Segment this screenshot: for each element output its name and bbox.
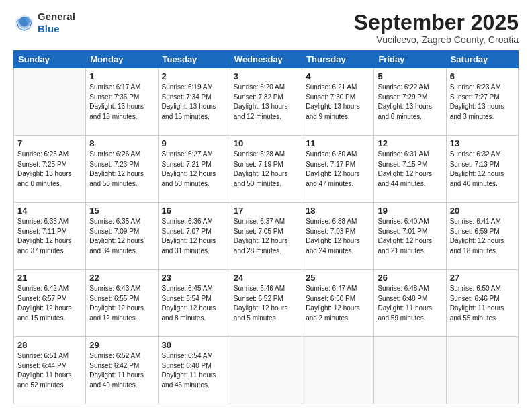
cell-info: Sunrise: 6:23 AM Sunset: 7:27 PM Dayligh… xyxy=(450,83,515,122)
col-sunday: Sunday xyxy=(14,51,86,68)
table-row xyxy=(14,68,86,136)
cell-info: Sunrise: 6:21 AM Sunset: 7:30 PM Dayligh… xyxy=(306,83,370,122)
table-row xyxy=(374,337,446,404)
day-number: 6 xyxy=(450,71,515,81)
cell-info: Sunrise: 6:38 AM Sunset: 7:03 PM Dayligh… xyxy=(306,217,370,256)
table-row: 6Sunrise: 6:23 AM Sunset: 7:27 PM Daylig… xyxy=(446,68,518,136)
table-row xyxy=(446,337,518,404)
day-number: 18 xyxy=(306,205,370,216)
cell-info: Sunrise: 6:25 AM Sunset: 7:25 PM Dayligh… xyxy=(17,150,82,189)
day-number: 28 xyxy=(17,340,82,350)
month-title: September 2025 xyxy=(354,11,519,34)
day-number: 20 xyxy=(450,205,515,216)
table-row: 24Sunrise: 6:46 AM Sunset: 6:52 PM Dayli… xyxy=(230,270,302,337)
day-number: 3 xyxy=(234,71,298,81)
table-row: 23Sunrise: 6:45 AM Sunset: 6:54 PM Dayli… xyxy=(158,270,230,337)
table-row: 15Sunrise: 6:35 AM Sunset: 7:09 PM Dayli… xyxy=(86,203,158,270)
table-row: 13Sunrise: 6:32 AM Sunset: 7:13 PM Dayli… xyxy=(446,136,518,203)
col-saturday: Saturday xyxy=(446,51,518,68)
table-row: 4Sunrise: 6:21 AM Sunset: 7:30 PM Daylig… xyxy=(302,68,374,136)
day-number: 17 xyxy=(234,205,298,216)
table-row: 28Sunrise: 6:51 AM Sunset: 6:44 PM Dayli… xyxy=(14,337,86,404)
day-number: 14 xyxy=(17,205,82,216)
page: General Blue September 2025 Vucilcevo, Z… xyxy=(0,0,532,411)
day-number: 12 xyxy=(378,138,442,148)
table-row: 18Sunrise: 6:38 AM Sunset: 7:03 PM Dayli… xyxy=(302,203,374,270)
table-row: 11Sunrise: 6:30 AM Sunset: 7:17 PM Dayli… xyxy=(302,136,374,203)
calendar-table: Sunday Monday Tuesday Wednesday Thursday… xyxy=(13,50,519,404)
day-number: 8 xyxy=(89,138,154,148)
table-row: 10Sunrise: 6:28 AM Sunset: 7:19 PM Dayli… xyxy=(230,136,302,203)
day-number: 26 xyxy=(378,273,442,283)
cell-info: Sunrise: 6:42 AM Sunset: 6:57 PM Dayligh… xyxy=(17,284,82,323)
day-number: 29 xyxy=(89,340,154,350)
logo: General Blue xyxy=(13,11,75,35)
calendar-week-row: 14Sunrise: 6:33 AM Sunset: 7:11 PM Dayli… xyxy=(14,203,519,270)
cell-info: Sunrise: 6:22 AM Sunset: 7:29 PM Dayligh… xyxy=(378,83,442,122)
table-row: 14Sunrise: 6:33 AM Sunset: 7:11 PM Dayli… xyxy=(14,203,86,270)
day-number: 19 xyxy=(378,205,442,216)
table-row: 21Sunrise: 6:42 AM Sunset: 6:57 PM Dayli… xyxy=(14,270,86,337)
table-row xyxy=(302,337,374,404)
day-number: 15 xyxy=(89,205,154,216)
cell-info: Sunrise: 6:27 AM Sunset: 7:21 PM Dayligh… xyxy=(162,150,226,189)
cell-info: Sunrise: 6:31 AM Sunset: 7:15 PM Dayligh… xyxy=(378,150,442,189)
col-tuesday: Tuesday xyxy=(158,51,230,68)
calendar-week-row: 28Sunrise: 6:51 AM Sunset: 6:44 PM Dayli… xyxy=(14,337,519,404)
logo-icon xyxy=(13,12,35,34)
col-friday: Friday xyxy=(374,51,446,68)
calendar-week-row: 7Sunrise: 6:25 AM Sunset: 7:25 PM Daylig… xyxy=(14,136,519,203)
day-number: 16 xyxy=(162,205,226,216)
cell-info: Sunrise: 6:19 AM Sunset: 7:34 PM Dayligh… xyxy=(162,83,226,122)
calendar-week-row: 1Sunrise: 6:17 AM Sunset: 7:36 PM Daylig… xyxy=(14,68,519,136)
table-row: 25Sunrise: 6:47 AM Sunset: 6:50 PM Dayli… xyxy=(302,270,374,337)
day-number: 22 xyxy=(89,273,154,283)
day-number: 13 xyxy=(450,138,515,148)
cell-info: Sunrise: 6:48 AM Sunset: 6:48 PM Dayligh… xyxy=(378,284,442,323)
day-number: 1 xyxy=(89,71,154,81)
table-row: 7Sunrise: 6:25 AM Sunset: 7:25 PM Daylig… xyxy=(14,136,86,203)
cell-info: Sunrise: 6:41 AM Sunset: 6:59 PM Dayligh… xyxy=(450,217,515,256)
table-row: 16Sunrise: 6:36 AM Sunset: 7:07 PM Dayli… xyxy=(158,203,230,270)
col-monday: Monday xyxy=(86,51,158,68)
calendar-week-row: 21Sunrise: 6:42 AM Sunset: 6:57 PM Dayli… xyxy=(14,270,519,337)
table-row: 22Sunrise: 6:43 AM Sunset: 6:55 PM Dayli… xyxy=(86,270,158,337)
cell-info: Sunrise: 6:32 AM Sunset: 7:13 PM Dayligh… xyxy=(450,150,515,189)
cell-info: Sunrise: 6:26 AM Sunset: 7:23 PM Dayligh… xyxy=(89,150,154,189)
cell-info: Sunrise: 6:30 AM Sunset: 7:17 PM Dayligh… xyxy=(306,150,370,189)
day-number: 5 xyxy=(378,71,442,81)
logo-general-text: General xyxy=(38,11,75,22)
table-row xyxy=(230,337,302,404)
table-row: 1Sunrise: 6:17 AM Sunset: 7:36 PM Daylig… xyxy=(86,68,158,136)
day-number: 21 xyxy=(17,273,82,283)
table-row: 19Sunrise: 6:40 AM Sunset: 7:01 PM Dayli… xyxy=(374,203,446,270)
cell-info: Sunrise: 6:47 AM Sunset: 6:50 PM Dayligh… xyxy=(306,284,370,323)
cell-info: Sunrise: 6:40 AM Sunset: 7:01 PM Dayligh… xyxy=(378,217,442,256)
table-row: 9Sunrise: 6:27 AM Sunset: 7:21 PM Daylig… xyxy=(158,136,230,203)
col-wednesday: Wednesday xyxy=(230,51,302,68)
day-number: 30 xyxy=(162,340,226,350)
col-thursday: Thursday xyxy=(302,51,374,68)
cell-info: Sunrise: 6:28 AM Sunset: 7:19 PM Dayligh… xyxy=(234,150,298,189)
table-row: 3Sunrise: 6:20 AM Sunset: 7:32 PM Daylig… xyxy=(230,68,302,136)
table-row: 29Sunrise: 6:52 AM Sunset: 6:42 PM Dayli… xyxy=(86,337,158,404)
cell-info: Sunrise: 6:35 AM Sunset: 7:09 PM Dayligh… xyxy=(89,217,154,256)
cell-info: Sunrise: 6:50 AM Sunset: 6:46 PM Dayligh… xyxy=(450,284,515,323)
day-number: 25 xyxy=(306,273,370,283)
day-number: 23 xyxy=(162,273,226,283)
header: General Blue September 2025 Vucilcevo, Z… xyxy=(13,11,519,45)
table-row: 27Sunrise: 6:50 AM Sunset: 6:46 PM Dayli… xyxy=(446,270,518,337)
title-block: September 2025 Vucilcevo, Zagreb County,… xyxy=(354,11,519,45)
day-number: 4 xyxy=(306,71,370,81)
table-row: 5Sunrise: 6:22 AM Sunset: 7:29 PM Daylig… xyxy=(374,68,446,136)
table-row: 30Sunrise: 6:54 AM Sunset: 6:40 PM Dayli… xyxy=(158,337,230,404)
day-number: 7 xyxy=(17,138,82,148)
day-number: 10 xyxy=(234,138,298,148)
cell-info: Sunrise: 6:36 AM Sunset: 7:07 PM Dayligh… xyxy=(162,217,226,256)
cell-info: Sunrise: 6:20 AM Sunset: 7:32 PM Dayligh… xyxy=(234,83,298,122)
cell-info: Sunrise: 6:52 AM Sunset: 6:42 PM Dayligh… xyxy=(89,351,154,390)
day-number: 27 xyxy=(450,273,515,283)
cell-info: Sunrise: 6:43 AM Sunset: 6:55 PM Dayligh… xyxy=(89,284,154,323)
table-row: 8Sunrise: 6:26 AM Sunset: 7:23 PM Daylig… xyxy=(86,136,158,203)
cell-info: Sunrise: 6:54 AM Sunset: 6:40 PM Dayligh… xyxy=(162,351,226,390)
